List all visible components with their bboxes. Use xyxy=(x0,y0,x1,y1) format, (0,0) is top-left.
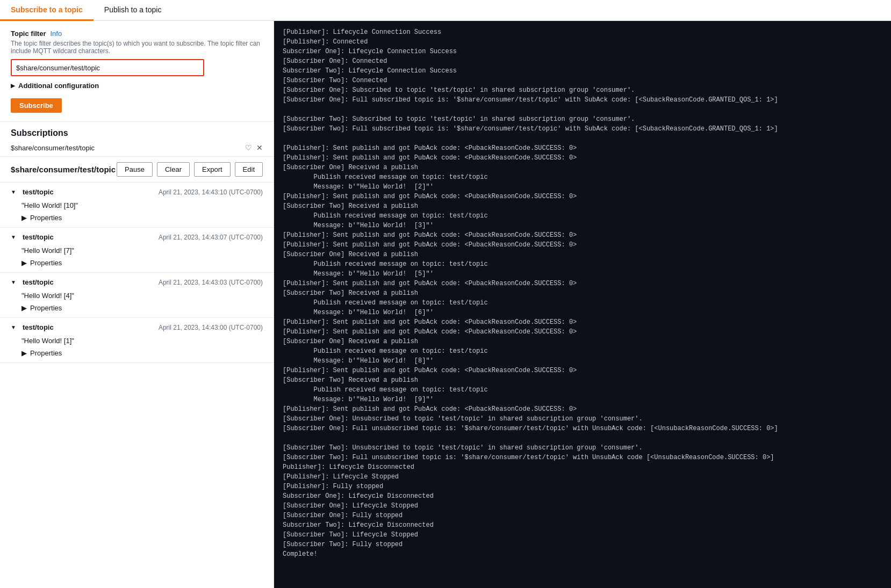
heart-icon[interactable]: ♡ xyxy=(245,143,252,152)
subscribe-button[interactable]: Subscribe xyxy=(11,98,62,113)
close-icon[interactable]: ✕ xyxy=(256,143,263,152)
message-row-header[interactable]: ▼ test/topic April 21, 2023, 14:43:10 (U… xyxy=(11,188,263,196)
tabs-bar: Subscribe to a topic Publish to a topic xyxy=(0,0,891,21)
msg-chevron-icon: ▼ xyxy=(11,324,16,330)
subscription-name: $share/consumer/test/topic xyxy=(11,144,241,152)
msg-topic-name: test/topic xyxy=(23,323,54,331)
msg-topic-name: test/topic xyxy=(23,233,54,241)
msg-properties-toggle[interactable]: ▶ Properties xyxy=(11,347,263,357)
msg-topic-name: test/topic xyxy=(23,188,54,196)
msg-body: "Hello World! [7]" xyxy=(11,244,263,257)
msg-timestamp: April 21, 2023, 14:43:10 (UTC-0700) xyxy=(159,188,263,196)
msg-topic-name: test/topic xyxy=(23,278,54,286)
message-row: ▼ test/topic April 21, 2023, 14:43:00 (U… xyxy=(0,318,274,363)
export-button[interactable]: Export xyxy=(194,162,231,177)
messages-topic-label: $share/consumer/test/topic xyxy=(11,165,116,174)
left-panel: Topic filter Info The topic filter descr… xyxy=(0,21,274,588)
subscriptions-section: Subscriptions $share/consumer/test/topic… xyxy=(0,122,274,157)
pause-button[interactable]: Pause xyxy=(117,162,153,177)
msg-body: "Hello World! [1]" xyxy=(11,335,263,347)
messages-panel: $share/consumer/test/topic Pause Clear E… xyxy=(0,157,274,588)
msg-timestamp: April 21, 2023, 14:43:03 (UTC-0700) xyxy=(159,279,263,286)
main-layout: Topic filter Info The topic filter descr… xyxy=(0,21,891,588)
chevron-right-icon: ▶ xyxy=(11,83,15,89)
additional-config-toggle[interactable]: ▶ Additional configuration xyxy=(11,82,263,90)
subscription-item: $share/consumer/test/topic ♡ ✕ xyxy=(11,143,263,152)
properties-chevron-icon: ▶ xyxy=(21,214,27,222)
msg-timestamp: April 21, 2023, 14:43:00 (UTC-0700) xyxy=(159,324,263,331)
msg-properties-toggle[interactable]: ▶ Properties xyxy=(11,212,263,222)
message-row-header[interactable]: ▼ test/topic April 21, 2023, 14:43:03 (U… xyxy=(11,278,263,286)
field-label: Topic filter Info xyxy=(11,30,263,38)
message-row-header[interactable]: ▼ test/topic April 21, 2023, 14:43:00 (U… xyxy=(11,323,263,331)
app-container: Subscribe to a topic Publish to a topic … xyxy=(0,0,891,588)
msg-properties-toggle[interactable]: ▶ Properties xyxy=(11,257,263,267)
msg-body: "Hello World! [10]" xyxy=(11,199,263,212)
terminal-panel: [Publisher]: Lifecycle Connection Succes… xyxy=(274,21,891,588)
subscriptions-title: Subscriptions xyxy=(11,128,263,138)
msg-properties-toggle[interactable]: ▶ Properties xyxy=(11,302,263,312)
message-row: ▼ test/topic April 21, 2023, 14:43:07 (U… xyxy=(0,228,274,273)
tab-subscribe[interactable]: Subscribe to a topic xyxy=(0,0,94,21)
properties-chevron-icon: ▶ xyxy=(21,349,27,357)
message-row: ▼ test/topic April 21, 2023, 14:43:03 (U… xyxy=(0,273,274,318)
properties-chevron-icon: ▶ xyxy=(21,259,27,267)
clear-button[interactable]: Clear xyxy=(157,162,190,177)
msg-chevron-icon: ▼ xyxy=(11,279,16,285)
info-link[interactable]: Info xyxy=(50,30,62,38)
field-description: The topic filter describes the topic(s) … xyxy=(11,40,263,55)
message-row-header[interactable]: ▼ test/topic April 21, 2023, 14:43:07 (U… xyxy=(11,233,263,241)
tab-publish[interactable]: Publish to a topic xyxy=(94,0,173,21)
subscribe-form: Topic filter Info The topic filter descr… xyxy=(0,21,274,122)
messages-header: $share/consumer/test/topic Pause Clear E… xyxy=(0,157,274,183)
msg-chevron-icon: ▼ xyxy=(11,234,16,240)
properties-chevron-icon: ▶ xyxy=(21,304,27,312)
messages-list: ▼ test/topic April 21, 2023, 14:43:10 (U… xyxy=(0,183,274,363)
msg-body: "Hello World! [4]" xyxy=(11,289,263,302)
msg-timestamp: April 21, 2023, 14:43:07 (UTC-0700) xyxy=(159,234,263,241)
message-row: ▼ test/topic April 21, 2023, 14:43:10 (U… xyxy=(0,183,274,228)
edit-button[interactable]: Edit xyxy=(235,162,263,177)
messages-actions: Pause Clear Export Edit xyxy=(117,162,263,177)
msg-chevron-icon: ▼ xyxy=(11,189,16,195)
topic-filter-input[interactable] xyxy=(11,59,204,76)
